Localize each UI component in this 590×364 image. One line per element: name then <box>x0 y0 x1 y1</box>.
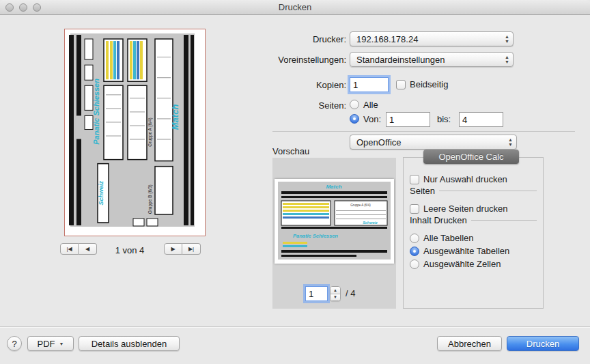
pages-from-label: Von: <box>363 114 381 125</box>
hide-details-button[interactable]: Details ausblenden <box>79 336 180 351</box>
close-button[interactable] <box>5 3 14 12</box>
duplex-label: Beidseitig <box>410 79 448 90</box>
last-page-icon: ▶| <box>188 246 194 252</box>
page-thumbnail-art: Panatic Schiessen Schweiz Gruppe A (6/4)… <box>65 29 205 236</box>
thumb-group-b-text: Gruppe B (6/3) <box>148 184 153 214</box>
pages-section: Seiten <box>410 186 537 196</box>
pages-all-radio[interactable] <box>350 100 359 109</box>
minimize-button[interactable] <box>19 3 27 12</box>
thumb-nav-back-group: |◀ ◀ <box>60 243 97 255</box>
print-button[interactable]: Drucken <box>507 336 579 351</box>
presets-label: Voreinstellungen: <box>237 55 346 66</box>
stepper-up-button[interactable]: ▲ <box>331 287 340 294</box>
stepper-down-button[interactable]: ▼ <box>331 294 340 301</box>
selection-only-checkbox[interactable] <box>410 175 419 184</box>
footer-divider <box>0 326 590 327</box>
preview-page: Match Gruppe A (6/4) Schweiz Panatic Sch… <box>275 179 394 264</box>
content-section-label: Inhalt Drucken <box>410 215 467 225</box>
selection-only-label: Nur Auswahl drucken <box>423 174 507 185</box>
popup-arrows-icon: ▲▼ <box>508 137 513 147</box>
presets-popup-value: Standardeinstellungen <box>356 55 445 65</box>
empty-pages-label: Leere Seiten drucken <box>423 204 508 214</box>
pages-section-label: Seiten <box>410 186 435 196</box>
popup-arrows-icon: ▲▼ <box>505 34 509 44</box>
zoom-button[interactable] <box>33 3 41 12</box>
printer-label: Drucker: <box>237 34 346 45</box>
content-section: Inhalt Drucken <box>410 215 537 225</box>
duplex-checkbox[interactable] <box>396 80 406 89</box>
pdf-button-label: PDF <box>38 339 55 349</box>
pages-all-label: Alle <box>363 100 378 111</box>
page-counter: 1 von 4 <box>96 245 164 255</box>
first-page-icon: |◀ <box>66 246 72 252</box>
page-preview-thumbnail[interactable]: Panatic Schiessen Schweiz Gruppe A (6/4)… <box>64 29 206 236</box>
thumb-match-text: Match <box>170 104 180 130</box>
preview-page-stepper: ▲ ▼ <box>330 286 341 301</box>
thumb-nav-forward-group: ▶ ▶| <box>164 243 201 255</box>
pages-label: Seiten: <box>237 100 346 111</box>
hide-details-label: Details ausblenden <box>92 339 167 349</box>
preview-schweiz-text: Schweiz <box>363 221 378 225</box>
popup-arrows-icon: ▲▼ <box>505 55 509 64</box>
pdf-menu-button[interactable]: PDF ▼ <box>27 336 74 351</box>
copies-input[interactable] <box>350 77 389 92</box>
presets-popup[interactable]: Standardeinstellungen ▲▼ <box>350 52 514 67</box>
preview-page-art: Match Gruppe A (6/4) Schweiz Panatic Sch… <box>275 179 394 264</box>
previous-page-button[interactable]: ◀ <box>79 243 97 255</box>
preview-title: Vorschau <box>272 146 309 157</box>
selected-cells-radio[interactable] <box>410 260 419 269</box>
pages-range-radio[interactable] <box>350 114 359 124</box>
section-rule <box>439 191 537 191</box>
app-popup-value: OpenOffice <box>356 137 402 148</box>
printer-popup-value: 192.168.178.24 <box>356 34 418 44</box>
section-rule <box>471 220 537 221</box>
cancel-button[interactable]: Abbrechen <box>437 336 502 351</box>
next-page-button[interactable]: ▶ <box>164 243 182 255</box>
preview-group-a-text: Gruppe A (6/4) <box>350 204 371 207</box>
help-button[interactable]: ? <box>7 336 22 351</box>
selected-tables-label: Ausgewählte Tabellen <box>423 246 509 257</box>
chevron-down-icon: ▼ <box>59 341 64 346</box>
app-section-popup[interactable]: OpenOffice ▲▼ <box>350 135 517 150</box>
preview-match-text: Match <box>326 184 341 190</box>
calc-panel-title: OpenOffice Calc <box>423 150 519 164</box>
print-label: Drucken <box>526 339 559 349</box>
copies-label: Kopien: <box>237 80 346 91</box>
all-tables-label: Alle Tabellen <box>423 233 473 244</box>
preview-page-input[interactable] <box>305 286 328 301</box>
next-page-icon: ▶ <box>171 246 175 252</box>
empty-pages-checkbox[interactable] <box>410 204 419 214</box>
help-icon: ? <box>12 339 16 349</box>
print-dialog-window: { "window": { "title": "Drucken" }, "for… <box>0 0 590 364</box>
selected-tables-radio[interactable] <box>410 247 419 256</box>
selected-cells-label: Ausgewählte Zellen <box>423 259 501 270</box>
last-page-button[interactable]: ▶| <box>182 243 201 255</box>
previous-page-icon: ◀ <box>85 246 89 252</box>
first-page-button[interactable]: |◀ <box>60 243 79 255</box>
preview-area: Match Gruppe A (6/4) Schweiz Panatic Sch… <box>272 158 396 309</box>
thumb-schweiz-text: Schweiz <box>98 181 104 206</box>
preview-total-label: / 4 <box>346 288 355 299</box>
form-divider <box>272 131 575 132</box>
thumb-title-text: Panatic Schiessen <box>92 79 100 145</box>
window-title: Drucken <box>0 0 590 14</box>
pages-to-label: bis: <box>437 114 451 125</box>
pages-from-input[interactable] <box>386 112 430 127</box>
thumb-group-a-text: Gruppe A (6/4) <box>148 117 153 146</box>
title-bar: Drucken <box>0 0 590 15</box>
cancel-label: Abbrechen <box>448 339 491 349</box>
printer-popup[interactable]: 192.168.178.24 ▲▼ <box>350 31 514 46</box>
pages-to-input[interactable] <box>459 112 503 127</box>
all-tables-radio[interactable] <box>410 234 419 243</box>
preview-title-text: Panatic Schiessen <box>293 233 338 239</box>
traffic-lights <box>5 3 41 12</box>
